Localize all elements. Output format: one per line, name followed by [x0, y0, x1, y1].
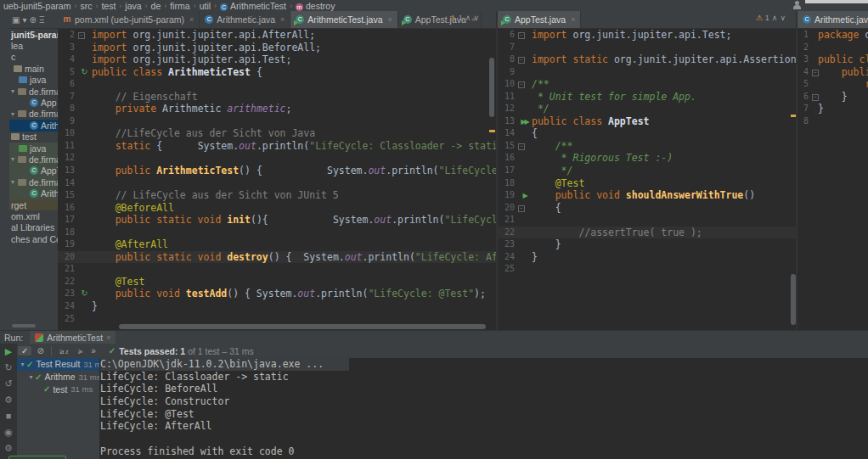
code-line[interactable]: 5↻public class ArithmeticTest {	[58, 66, 496, 79]
fold-icon[interactable]: −	[518, 32, 525, 39]
notification-balloon[interactable]	[8, 456, 66, 459]
editor-hscrollbar[interactable]	[119, 324, 486, 329]
test-tree-row[interactable]: ▾✓Test Result31 ms	[17, 358, 99, 371]
next-issue-icon[interactable]: ∨	[780, 14, 786, 22]
code-line[interactable]: 24}	[498, 251, 798, 264]
tree-row[interactable]: java	[9, 143, 58, 154]
tree-row[interactable]: ches and Consoles	[9, 233, 58, 244]
tree-row[interactable]: CArithm	[9, 120, 58, 131]
code-line[interactable]: 15− /**	[498, 140, 798, 153]
code-line[interactable]: 7}	[798, 103, 868, 115]
tree-row[interactable]: junit5-paramD:\E	[9, 29, 58, 40]
code-line[interactable]: 6	[58, 78, 496, 91]
fold-icon[interactable]: −	[518, 205, 525, 212]
breadcrumb-item-test[interactable]: test	[101, 1, 116, 11]
run-console[interactable]: C:\OpenJDK\jdk-11.0.2\bin\java.exe ...Li…	[100, 358, 868, 459]
tree-row[interactable]: CAppTe	[9, 165, 58, 176]
fold-icon[interactable]: −	[518, 57, 525, 64]
code-line[interactable]: 3public cla	[798, 53, 868, 66]
sort-by-duration-icon[interactable]: ↓≡	[73, 346, 86, 355]
autotest-icon[interactable]: ↺	[4, 378, 12, 389]
run-config-tab[interactable]: ArithmeticTest ×	[30, 331, 116, 344]
close-icon[interactable]: ×	[106, 333, 110, 342]
code-line[interactable]: 2−import org.junit.jupiter.api.AfterAll;	[58, 29, 496, 42]
rerun-failed-icon[interactable]: ↻	[4, 362, 12, 372]
code-line[interactable]: 14{	[498, 127, 798, 140]
test-rerun-icon[interactable]: ↻	[81, 288, 87, 298]
console-line[interactable]: LifeCycle: Classloader -> static	[100, 371, 868, 383]
code-line[interactable]: 20− {	[498, 202, 798, 215]
show-ignored-toggle[interactable]: ⊘	[33, 346, 47, 355]
code-line[interactable]: 9	[498, 66, 798, 79]
console-line[interactable]: C:\OpenJDK\jdk-11.0.2\bin\java.exe ...	[100, 358, 868, 371]
warning-stripe-mark[interactable]	[489, 130, 495, 132]
code-line[interactable]: 16 @BeforeAll	[58, 202, 496, 215]
prev-issue-icon[interactable]: ∧	[465, 14, 471, 22]
breadcrumb-item-java[interactable]: java	[125, 1, 141, 11]
code-line[interactable]: 22 @Test	[58, 276, 496, 288]
code-line[interactable]: 6−import org.junit.jupiter.api.Test;	[498, 29, 798, 42]
code-line[interactable]: 4import org.junit.jupiter.api.Test;	[58, 53, 496, 66]
code-line[interactable]: 22 //assertTrue( true );	[498, 227, 798, 239]
breadcrumb-item-destroy[interactable]: mdestroy	[296, 1, 335, 11]
tree-row[interactable]: al Libraries	[9, 222, 58, 233]
code-line[interactable]: 20 public static void destroy() { System…	[58, 251, 496, 264]
close-icon[interactable]: ×	[571, 15, 575, 24]
tree-row[interactable]: test	[9, 132, 58, 143]
project-hscrollbar[interactable]	[12, 324, 36, 327]
run-test-icon[interactable]: ▶	[522, 192, 526, 199]
fold-icon[interactable]: −	[812, 94, 819, 101]
breadcrumb-item-src[interactable]: src	[80, 1, 92, 11]
chevron-down-icon[interactable]: ▾	[11, 110, 18, 118]
code-line[interactable]: 18	[58, 227, 496, 239]
tab-pom-xml-ueb-junit5-param-[interactable]: mpom.xml (ueb-junit5-param)×	[58, 11, 200, 28]
code-line[interactable]: 25	[58, 313, 496, 326]
fold-icon[interactable]: −	[78, 32, 85, 39]
warning-icon[interactable]: ⚠	[756, 14, 763, 22]
collapse-icon[interactable]: Ξ	[39, 15, 45, 25]
tab-arithmetic-java[interactable]: CArithmetic.java×	[200, 11, 290, 28]
close-icon[interactable]: ×	[189, 15, 194, 24]
chevron-down-icon[interactable]: ▾	[11, 155, 18, 163]
caret-down-icon[interactable]: ▾	[22, 15, 26, 25]
chevron-down-icon[interactable]: ▾	[27, 373, 35, 381]
close-icon[interactable]: ×	[280, 15, 285, 24]
structure-strip-label[interactable]: Structure	[0, 372, 1, 399]
code-line[interactable]: 24}	[58, 300, 496, 313]
code-line[interactable]: 15 // LifeCycle aus der Sicht von JUnit …	[58, 189, 496, 202]
fold-icon[interactable]: −	[518, 143, 525, 150]
show-passed-toggle[interactable]: ✓	[18, 346, 31, 355]
tree-row[interactable]: CApp	[9, 97, 58, 108]
settings-icon[interactable]: ⚙	[4, 443, 13, 453]
tree-row[interactable]: ▾de.firma.u	[9, 109, 58, 120]
panel-icon[interactable]: ▣	[12, 15, 20, 25]
tree-row[interactable]: rget	[9, 199, 58, 210]
code-line[interactable]: 14	[58, 177, 496, 190]
test-rerun-icon[interactable]: ↻	[81, 67, 87, 76]
code-line[interactable]: 1package de	[798, 29, 868, 42]
editor-code-3[interactable]: 1package de23public cla4− publi5 re6− }7…	[798, 29, 868, 330]
screenshot-icon[interactable]: ◉	[4, 427, 13, 437]
code-line[interactable]: 4− publi	[798, 66, 868, 79]
console-line[interactable]: LifeCycle: AfterAll	[100, 420, 868, 433]
console-line[interactable]: Process finished with exit code 0	[100, 445, 868, 458]
tree-row[interactable]: lea	[9, 40, 58, 51]
prev-issue-icon[interactable]: ∧	[772, 14, 778, 22]
editor-vscrollbar[interactable]	[489, 58, 494, 117]
code-line[interactable]: 2	[798, 42, 868, 54]
breadcrumb-item-ueb-junit5-param[interactable]: ueb-junit5-param	[3, 1, 70, 11]
code-line[interactable]: 7 // Eigenschaft	[58, 91, 496, 104]
tab-arithmetic-java[interactable]: CArithmetic.java×	[798, 11, 868, 28]
breadcrumb-item-de[interactable]: de	[151, 1, 161, 11]
code-line[interactable]: 11 static { System.out.println("LifeCycl…	[58, 140, 496, 153]
code-line[interactable]: 8−import static org.junit.jupiter.api.As…	[498, 53, 798, 66]
code-line[interactable]: 21	[498, 214, 798, 227]
code-line[interactable]: 8	[798, 115, 868, 128]
code-line[interactable]: 7	[498, 42, 798, 54]
console-line[interactable]	[100, 433, 868, 445]
code-line[interactable]: 19 @AfterAll	[58, 238, 496, 251]
inspection-widget[interactable]: ⚠1∧∨	[449, 14, 479, 22]
test-tree-row[interactable]: ✓test31 ms	[17, 383, 99, 396]
code-line[interactable]: 5 re	[798, 78, 868, 91]
inspection-widget[interactable]: ⚠1∧∨	[756, 14, 786, 22]
